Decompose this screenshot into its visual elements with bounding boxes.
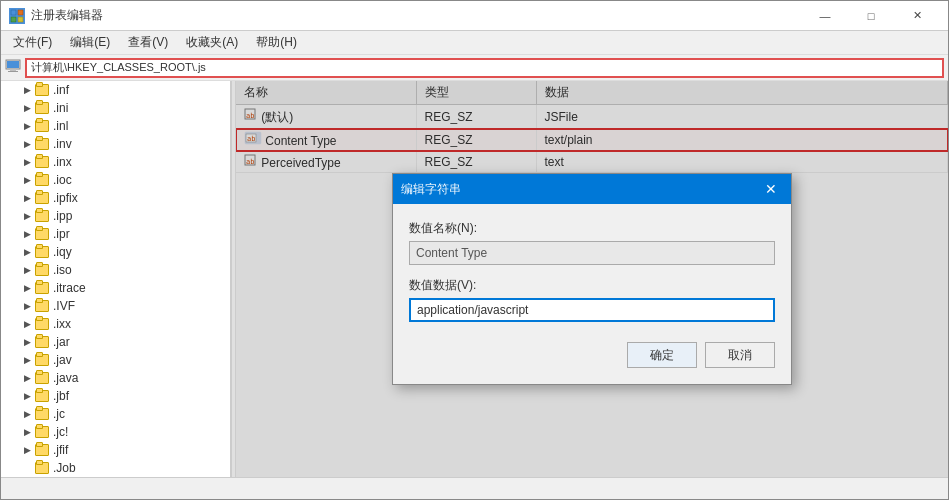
- expand-icon: ▶: [21, 318, 33, 330]
- folder-icon: [35, 84, 49, 96]
- address-input[interactable]: 计算机\HKEY_CLASSES_ROOT\.js: [25, 58, 944, 78]
- tree-item-jav[interactable]: ▶ .jav: [1, 351, 230, 369]
- computer-icon: [5, 59, 21, 76]
- tree-panel[interactable]: ▶ .inf ▶ .ini ▶ .inl ▶ .inv ▶: [1, 81, 231, 477]
- status-bar: [1, 477, 948, 499]
- tree-item-ipfix[interactable]: ▶ .ipfix: [1, 189, 230, 207]
- menu-file[interactable]: 文件(F): [5, 32, 60, 53]
- tree-item-iso[interactable]: ▶ .iso: [1, 261, 230, 279]
- svg-rect-1: [18, 10, 23, 15]
- tree-item-ini[interactable]: ▶ .ini: [1, 99, 230, 117]
- name-field-input[interactable]: [409, 241, 775, 265]
- expand-icon: ▶: [21, 264, 33, 276]
- menu-help[interactable]: 帮助(H): [248, 32, 305, 53]
- tree-item-ipp[interactable]: ▶ .ipp: [1, 207, 230, 225]
- app-icon: [9, 8, 25, 24]
- tree-item-jar[interactable]: ▶ .jar: [1, 333, 230, 351]
- expand-icon: ▶: [21, 228, 33, 240]
- main-content: ▶ .inf ▶ .ini ▶ .inl ▶ .inv ▶: [1, 81, 948, 477]
- folder-icon: [35, 264, 49, 276]
- tree-item-itrace[interactable]: ▶ .itrace: [1, 279, 230, 297]
- name-field-label: 数值名称(N):: [409, 220, 775, 237]
- folder-icon: [35, 174, 49, 186]
- svg-rect-2: [11, 17, 16, 22]
- tree-item-inx[interactable]: ▶ .inx: [1, 153, 230, 171]
- folder-icon: [35, 318, 49, 330]
- confirm-button[interactable]: 确定: [627, 342, 697, 368]
- tree-item-inl[interactable]: ▶ .inl: [1, 117, 230, 135]
- tree-item-jbf[interactable]: ▶ .jbf: [1, 387, 230, 405]
- tree-item-ioc[interactable]: ▶ .ioc: [1, 171, 230, 189]
- menu-favorites[interactable]: 收藏夹(A): [178, 32, 246, 53]
- expand-icon: ▶: [21, 138, 33, 150]
- folder-icon: [35, 462, 49, 474]
- folder-icon: [35, 282, 49, 294]
- dialog-title-bar: 编辑字符串 ✕: [393, 174, 791, 204]
- dialog-buttons: 确定 取消: [409, 342, 775, 368]
- expand-icon: [21, 462, 33, 474]
- title-controls: — □ ✕: [802, 1, 940, 31]
- menu-view[interactable]: 查看(V): [120, 32, 176, 53]
- expand-icon: ▶: [21, 426, 33, 438]
- expand-icon: ▶: [21, 300, 33, 312]
- menu-bar: 文件(F) 编辑(E) 查看(V) 收藏夹(A) 帮助(H): [1, 31, 948, 55]
- folder-icon: [35, 102, 49, 114]
- tree-item-inf[interactable]: ▶ .inf: [1, 81, 230, 99]
- tree-item-iqy[interactable]: ▶ .iqy: [1, 243, 230, 261]
- expand-icon: ▶: [21, 156, 33, 168]
- window-title: 注册表编辑器: [31, 7, 103, 24]
- folder-icon: [35, 138, 49, 150]
- title-bar: 注册表编辑器 — □ ✕: [1, 1, 948, 31]
- modal-overlay: 编辑字符串 ✕ 数值名称(N): 数值数据(V): 确定 取消: [236, 81, 948, 477]
- minimize-button[interactable]: —: [802, 1, 848, 31]
- dialog-title: 编辑字符串: [401, 181, 461, 198]
- expand-icon: ▶: [21, 210, 33, 222]
- expand-icon: ▶: [21, 174, 33, 186]
- dialog-body: 数值名称(N): 数值数据(V): 确定 取消: [393, 204, 791, 384]
- close-button[interactable]: ✕: [894, 1, 940, 31]
- edit-string-dialog: 编辑字符串 ✕ 数值名称(N): 数值数据(V): 确定 取消: [392, 173, 792, 385]
- cancel-button[interactable]: 取消: [705, 342, 775, 368]
- expand-icon: ▶: [21, 372, 33, 384]
- expand-icon: ▶: [21, 84, 33, 96]
- folder-icon: [35, 444, 49, 456]
- svg-rect-3: [18, 17, 23, 22]
- right-panel: 名称 类型 数据 ab: [236, 81, 948, 477]
- tree-item-ixx[interactable]: ▶ .ixx: [1, 315, 230, 333]
- folder-icon: [35, 156, 49, 168]
- expand-icon: ▶: [21, 192, 33, 204]
- folder-icon: [35, 246, 49, 258]
- data-field-input[interactable]: [409, 298, 775, 322]
- expand-icon: ▶: [21, 354, 33, 366]
- expand-icon: ▶: [21, 390, 33, 402]
- folder-icon: [35, 354, 49, 366]
- tree-item-inv[interactable]: ▶ .inv: [1, 135, 230, 153]
- folder-icon: [35, 120, 49, 132]
- maximize-button[interactable]: □: [848, 1, 894, 31]
- folder-icon: [35, 408, 49, 420]
- tree-item-IVF[interactable]: ▶ .IVF: [1, 297, 230, 315]
- tree-item-jc[interactable]: ▶ .jc: [1, 405, 230, 423]
- expand-icon: ▶: [21, 102, 33, 114]
- svg-rect-5: [7, 61, 19, 68]
- tree-item-jfif[interactable]: ▶ .jfif: [1, 441, 230, 459]
- dialog-close-button[interactable]: ✕: [759, 177, 783, 201]
- menu-edit[interactable]: 编辑(E): [62, 32, 118, 53]
- tree-item-java[interactable]: ▶ .java: [1, 369, 230, 387]
- expand-icon: ▶: [21, 282, 33, 294]
- svg-rect-0: [11, 10, 16, 15]
- expand-icon: ▶: [21, 408, 33, 420]
- folder-icon: [35, 336, 49, 348]
- expand-icon: ▶: [21, 336, 33, 348]
- folder-icon: [35, 390, 49, 402]
- tree-item-ipr[interactable]: ▶ .ipr: [1, 225, 230, 243]
- expand-icon: ▶: [21, 120, 33, 132]
- expand-icon: ▶: [21, 444, 33, 456]
- main-window: 注册表编辑器 — □ ✕ 文件(F) 编辑(E) 查看(V) 收藏夹(A) 帮助…: [0, 0, 949, 500]
- folder-icon: [35, 426, 49, 438]
- folder-icon: [35, 372, 49, 384]
- tree-item-jc![interactable]: ▶ .jc!: [1, 423, 230, 441]
- data-field-label: 数值数据(V):: [409, 277, 775, 294]
- svg-rect-6: [10, 69, 16, 71]
- tree-item-Job[interactable]: .Job: [1, 459, 230, 477]
